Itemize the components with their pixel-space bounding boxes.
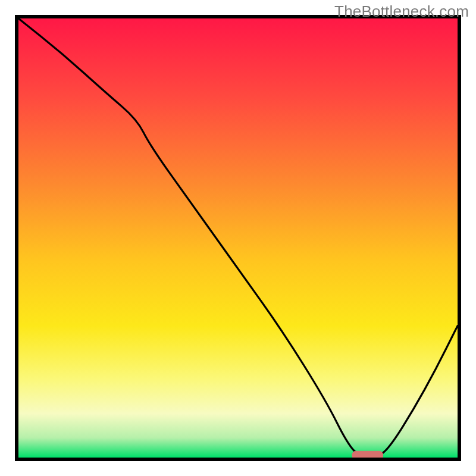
chart-container: TheBottleneck.com [0, 0, 476, 476]
bottleneck-chart [0, 0, 476, 476]
watermark-text: TheBottleneck.com [334, 2, 469, 21]
plot-background [18, 18, 458, 458]
